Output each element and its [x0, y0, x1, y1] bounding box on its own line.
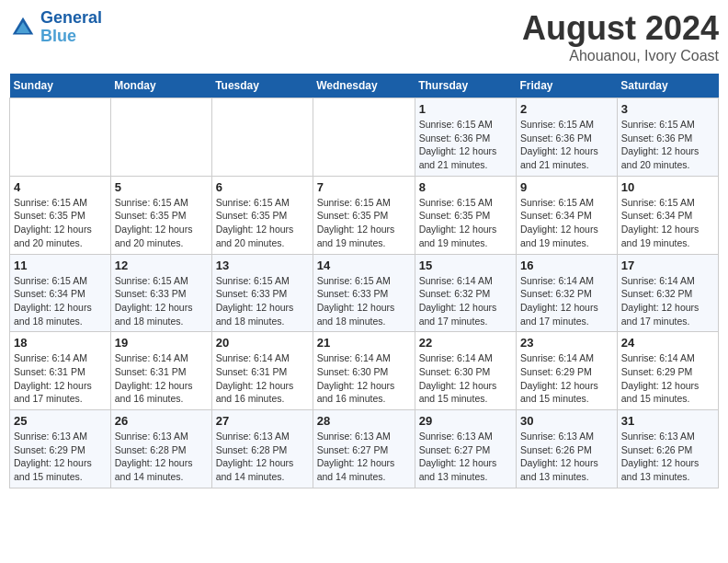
calendar-cell: 1Sunrise: 6:15 AM Sunset: 6:36 PM Daylig… [415, 98, 516, 177]
day-info: Sunrise: 6:15 AM Sunset: 6:35 PM Dayligh… [419, 196, 512, 250]
day-info: Sunrise: 6:15 AM Sunset: 6:33 PM Dayligh… [216, 274, 309, 328]
day-info: Sunrise: 6:14 AM Sunset: 6:32 PM Dayligh… [621, 274, 714, 328]
calendar-cell: 18Sunrise: 6:14 AM Sunset: 6:31 PM Dayli… [10, 332, 111, 410]
calendar-table: SundayMondayTuesdayWednesdayThursdayFrid… [9, 74, 719, 488]
day-info: Sunrise: 6:15 AM Sunset: 6:34 PM Dayligh… [14, 274, 107, 328]
calendar-cell: 12Sunrise: 6:15 AM Sunset: 6:33 PM Dayli… [110, 254, 211, 332]
logo-line1: General [40, 8, 102, 27]
day-number: 28 [317, 414, 411, 428]
page-header: General Blue August 2024 Ahouanou, Ivory… [9, 9, 719, 64]
weekday-header-tuesday: Tuesday [211, 74, 313, 98]
day-number: 27 [216, 414, 309, 428]
day-number: 15 [419, 259, 512, 272]
day-info: Sunrise: 6:14 AM Sunset: 6:30 PM Dayligh… [419, 351, 512, 406]
day-number: 7 [317, 180, 411, 194]
day-number: 20 [216, 336, 309, 350]
day-info: Sunrise: 6:15 AM Sunset: 6:36 PM Dayligh… [621, 118, 714, 172]
logo: General Blue [9, 9, 102, 46]
calendar-week-5: 25Sunrise: 6:13 AM Sunset: 6:29 PM Dayli… [10, 410, 719, 488]
day-number: 29 [419, 414, 512, 428]
day-info: Sunrise: 6:13 AM Sunset: 6:28 PM Dayligh… [115, 430, 208, 484]
day-number: 23 [520, 336, 613, 350]
calendar-cell: 27Sunrise: 6:13 AM Sunset: 6:28 PM Dayli… [211, 410, 313, 488]
day-number: 14 [317, 259, 411, 272]
calendar-cell: 6Sunrise: 6:15 AM Sunset: 6:35 PM Daylig… [211, 176, 313, 254]
calendar-cell: 11Sunrise: 6:15 AM Sunset: 6:34 PM Dayli… [10, 254, 111, 332]
calendar-cell: 31Sunrise: 6:13 AM Sunset: 6:26 PM Dayli… [617, 410, 718, 488]
calendar-cell: 2Sunrise: 6:15 AM Sunset: 6:36 PM Daylig… [517, 98, 618, 177]
calendar-cell: 7Sunrise: 6:15 AM Sunset: 6:35 PM Daylig… [313, 176, 415, 254]
day-number: 24 [621, 336, 714, 350]
calendar-cell: 3Sunrise: 6:15 AM Sunset: 6:36 PM Daylig… [617, 98, 718, 177]
day-info: Sunrise: 6:14 AM Sunset: 6:31 PM Dayligh… [115, 351, 208, 406]
calendar-week-3: 11Sunrise: 6:15 AM Sunset: 6:34 PM Dayli… [10, 254, 719, 332]
day-number: 17 [621, 259, 714, 272]
day-number: 19 [115, 336, 208, 350]
day-info: Sunrise: 6:15 AM Sunset: 6:36 PM Dayligh… [419, 118, 512, 172]
calendar-cell: 8Sunrise: 6:15 AM Sunset: 6:35 PM Daylig… [415, 176, 516, 254]
day-info: Sunrise: 6:15 AM Sunset: 6:33 PM Dayligh… [317, 274, 411, 328]
calendar-cell [110, 98, 211, 177]
logo-text: General Blue [40, 9, 102, 46]
day-info: Sunrise: 6:14 AM Sunset: 6:31 PM Dayligh… [14, 351, 107, 406]
day-number: 13 [216, 259, 309, 272]
calendar-cell [10, 98, 111, 177]
day-info: Sunrise: 6:15 AM Sunset: 6:35 PM Dayligh… [14, 196, 107, 250]
calendar-cell: 25Sunrise: 6:13 AM Sunset: 6:29 PM Dayli… [10, 410, 111, 488]
day-number: 11 [14, 259, 107, 272]
calendar-cell: 16Sunrise: 6:14 AM Sunset: 6:32 PM Dayli… [517, 254, 618, 332]
day-info: Sunrise: 6:15 AM Sunset: 6:33 PM Dayligh… [115, 274, 208, 328]
day-number: 12 [115, 259, 208, 272]
day-info: Sunrise: 6:13 AM Sunset: 6:27 PM Dayligh… [317, 430, 411, 484]
day-number: 25 [14, 414, 107, 428]
day-number: 4 [14, 180, 107, 194]
day-number: 31 [621, 414, 714, 428]
calendar-week-4: 18Sunrise: 6:14 AM Sunset: 6:31 PM Dayli… [10, 332, 719, 410]
day-info: Sunrise: 6:13 AM Sunset: 6:26 PM Dayligh… [621, 430, 714, 484]
day-info: Sunrise: 6:13 AM Sunset: 6:27 PM Dayligh… [419, 430, 512, 484]
calendar-cell [313, 98, 415, 177]
day-info: Sunrise: 6:14 AM Sunset: 6:29 PM Dayligh… [621, 351, 714, 406]
calendar-week-2: 4Sunrise: 6:15 AM Sunset: 6:35 PM Daylig… [10, 176, 719, 254]
day-number: 1 [419, 102, 512, 116]
weekday-header-thursday: Thursday [415, 74, 516, 98]
day-number: 26 [115, 414, 208, 428]
day-info: Sunrise: 6:13 AM Sunset: 6:29 PM Dayligh… [14, 430, 107, 484]
day-number: 9 [520, 180, 613, 194]
calendar-cell: 22Sunrise: 6:14 AM Sunset: 6:30 PM Dayli… [415, 332, 516, 410]
weekday-header-friday: Friday [517, 74, 618, 98]
logo-icon [9, 14, 37, 41]
calendar-cell: 13Sunrise: 6:15 AM Sunset: 6:33 PM Dayli… [211, 254, 313, 332]
day-info: Sunrise: 6:15 AM Sunset: 6:35 PM Dayligh… [216, 196, 309, 250]
day-info: Sunrise: 6:15 AM Sunset: 6:34 PM Dayligh… [621, 196, 714, 250]
calendar-cell: 19Sunrise: 6:14 AM Sunset: 6:31 PM Dayli… [110, 332, 211, 410]
calendar-subtitle: Ahouanou, Ivory Coast [522, 48, 719, 64]
day-info: Sunrise: 6:13 AM Sunset: 6:28 PM Dayligh… [216, 430, 309, 484]
calendar-cell: 30Sunrise: 6:13 AM Sunset: 6:26 PM Dayli… [517, 410, 618, 488]
day-info: Sunrise: 6:14 AM Sunset: 6:29 PM Dayligh… [520, 351, 613, 406]
calendar-cell: 23Sunrise: 6:14 AM Sunset: 6:29 PM Dayli… [517, 332, 618, 410]
day-info: Sunrise: 6:14 AM Sunset: 6:31 PM Dayligh… [216, 351, 309, 406]
day-number: 16 [520, 259, 613, 272]
calendar-cell: 21Sunrise: 6:14 AM Sunset: 6:30 PM Dayli… [313, 332, 415, 410]
calendar-cell: 9Sunrise: 6:15 AM Sunset: 6:34 PM Daylig… [517, 176, 618, 254]
calendar-cell [211, 98, 313, 177]
day-number: 22 [419, 336, 512, 350]
day-number: 18 [14, 336, 107, 350]
day-info: Sunrise: 6:14 AM Sunset: 6:32 PM Dayligh… [520, 274, 613, 328]
calendar-cell: 17Sunrise: 6:14 AM Sunset: 6:32 PM Dayli… [617, 254, 718, 332]
calendar-cell: 5Sunrise: 6:15 AM Sunset: 6:35 PM Daylig… [110, 176, 211, 254]
calendar-cell: 20Sunrise: 6:14 AM Sunset: 6:31 PM Dayli… [211, 332, 313, 410]
calendar-cell: 29Sunrise: 6:13 AM Sunset: 6:27 PM Dayli… [415, 410, 516, 488]
calendar-cell: 10Sunrise: 6:15 AM Sunset: 6:34 PM Dayli… [617, 176, 718, 254]
day-number: 21 [317, 336, 411, 350]
day-number: 6 [216, 180, 309, 194]
calendar-cell: 26Sunrise: 6:13 AM Sunset: 6:28 PM Dayli… [110, 410, 211, 488]
calendar-cell: 15Sunrise: 6:14 AM Sunset: 6:32 PM Dayli… [415, 254, 516, 332]
calendar-title: August 2024 [522, 9, 719, 48]
day-info: Sunrise: 6:15 AM Sunset: 6:35 PM Dayligh… [115, 196, 208, 250]
calendar-cell: 14Sunrise: 6:15 AM Sunset: 6:33 PM Dayli… [313, 254, 415, 332]
weekday-header-sunday: Sunday [10, 74, 111, 98]
calendar-cell: 28Sunrise: 6:13 AM Sunset: 6:27 PM Dayli… [313, 410, 415, 488]
day-number: 8 [419, 180, 512, 194]
